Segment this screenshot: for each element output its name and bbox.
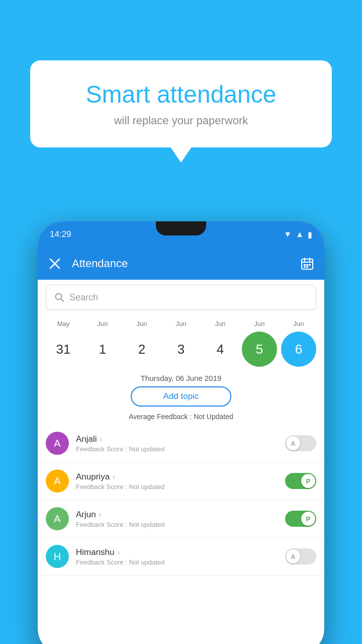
cal-month-3: Jun: [163, 320, 199, 328]
avg-feedback: Average Feedback : Not Updated: [38, 413, 324, 421]
student-info-2: Arjun › Feedback Score : Not updated: [76, 510, 285, 528]
signal-icon: ▲: [296, 230, 304, 239]
cal-day-2[interactable]: 2: [124, 332, 159, 367]
avg-feedback-value: Not Updated: [194, 413, 233, 421]
student-name-2: Arjun ›: [76, 510, 285, 520]
cal-month-1: Jun: [85, 320, 120, 328]
calendar-months: May Jun Jun Jun Jun Jun Jun: [42, 320, 320, 330]
app-bar-title: Attendance: [72, 257, 298, 270]
battery-icon: ▮: [308, 230, 312, 239]
svg-rect-10: [306, 266, 308, 268]
chevron-icon-3: ›: [118, 548, 120, 556]
svg-rect-8: [309, 264, 311, 266]
student-name-0: Anjali ›: [76, 434, 285, 444]
cal-day-31[interactable]: 31: [46, 332, 81, 367]
calendar-strip: May Jun Jun Jun Jun Jun Jun 31 1 2 3 4 5…: [38, 315, 324, 369]
svg-rect-9: [304, 266, 306, 268]
add-topic-button[interactable]: Add topic: [131, 386, 231, 407]
cal-day-1[interactable]: 1: [85, 332, 120, 367]
avatar-2: A: [46, 507, 69, 530]
toggle-knob-1: P: [301, 474, 315, 488]
speech-bubble: Smart attendance will replace your paper…: [30, 60, 332, 147]
chevron-icon-1: ›: [113, 473, 115, 481]
app-bar: Attendance: [38, 248, 324, 280]
student-info-0: Anjali › Feedback Score : Not updated: [76, 434, 285, 453]
speech-bubble-container: Smart attendance will replace your paper…: [30, 60, 332, 147]
avatar-1: A: [46, 469, 69, 493]
student-feedback-0: Feedback Score : Not updated: [76, 445, 285, 453]
toggle-knob-0: A: [286, 436, 300, 450]
search-bar[interactable]: Search: [46, 285, 316, 310]
cal-day-6[interactable]: 6: [281, 332, 316, 367]
search-icon: [54, 292, 64, 302]
attendance-toggle-3[interactable]: A: [285, 548, 316, 565]
bubble-subtitle: will replace your paperwork: [55, 114, 307, 127]
svg-line-12: [61, 299, 63, 301]
cal-month-6: Jun: [281, 320, 316, 328]
avg-feedback-label: Average Feedback :: [129, 413, 194, 421]
student-name-1: Anupriya ›: [76, 472, 285, 482]
avatar-0: A: [46, 432, 69, 455]
student-item-2[interactable]: A Arjun › Feedback Score : Not updated P: [38, 500, 324, 538]
chevron-icon-2: ›: [99, 511, 102, 519]
attendance-toggle-0[interactable]: A: [285, 435, 316, 451]
student-name-3: Himanshu ›: [76, 547, 285, 557]
bubble-title: Smart attendance: [55, 80, 307, 108]
student-item-1[interactable]: A Anupriya › Feedback Score : Not update…: [38, 462, 324, 500]
cal-month-0: May: [46, 320, 81, 328]
close-button[interactable]: [46, 255, 64, 273]
notch: [156, 221, 206, 235]
status-icons: ▼ ▲ ▮: [284, 230, 312, 239]
cal-month-4: Jun: [203, 320, 238, 328]
avatar-3: H: [46, 545, 69, 568]
wifi-icon: ▼: [284, 230, 292, 239]
status-bar: 14:29 ▼ ▲ ▮: [38, 221, 324, 248]
cal-month-2: Jun: [124, 320, 159, 328]
date-label: Thursday, 06 June 2019: [38, 369, 324, 386]
cal-day-3[interactable]: 3: [163, 332, 199, 367]
attendance-toggle-1[interactable]: P: [285, 473, 316, 489]
student-feedback-3: Feedback Score : Not updated: [76, 558, 285, 566]
toggle-knob-3: A: [286, 549, 300, 564]
student-info-1: Anupriya › Feedback Score : Not updated: [76, 472, 285, 491]
phone-screen: 14:29 ▼ ▲ ▮ Attendance: [38, 221, 324, 644]
svg-rect-7: [306, 264, 308, 266]
phone-mockup: 14:29 ▼ ▲ ▮ Attendance: [38, 221, 324, 644]
calendar-button[interactable]: [298, 255, 316, 273]
status-time: 14:29: [50, 229, 71, 239]
student-item-0[interactable]: A Anjali › Feedback Score : Not updated …: [38, 425, 324, 462]
search-placeholder: Search: [69, 292, 98, 303]
chevron-icon-0: ›: [100, 435, 103, 443]
student-feedback-1: Feedback Score : Not updated: [76, 483, 285, 491]
cal-month-5: Jun: [242, 320, 277, 328]
svg-rect-6: [304, 264, 306, 266]
cal-day-5[interactable]: 5: [242, 332, 277, 367]
cal-day-4[interactable]: 4: [203, 332, 238, 367]
student-info-3: Himanshu › Feedback Score : Not updated: [76, 547, 285, 566]
attendance-toggle-2[interactable]: P: [285, 511, 316, 527]
toggle-knob-2: P: [301, 512, 315, 526]
student-feedback-2: Feedback Score : Not updated: [76, 521, 285, 528]
student-list: A Anjali › Feedback Score : Not updated …: [38, 425, 324, 576]
calendar-days: 31 1 2 3 4 5 6: [42, 330, 320, 369]
student-item-3[interactable]: H Himanshu › Feedback Score : Not update…: [38, 538, 324, 576]
